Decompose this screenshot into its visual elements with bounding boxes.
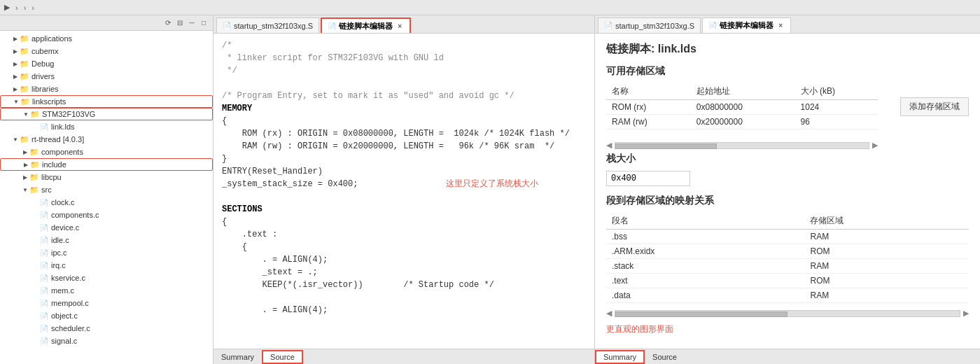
mapping-table-header: 存储区域	[804, 213, 969, 230]
tree-label-mempool.c: mempool.c	[51, 299, 89, 307]
code-line-1: * linker script for STM32F103VG with GNU…	[222, 52, 586, 64]
tree-toggle-STM32F103VG[interactable]: ▼	[22, 110, 30, 118]
tree-toggle-rt-thread[interactable]: ▼	[11, 135, 20, 144]
tree-item-ipc.c[interactable]: 📄ipc.c	[0, 246, 213, 259]
tree-toggle-libcpu[interactable]: ▶	[21, 173, 29, 181]
tree-item-Debug[interactable]: ▶📁Debug	[0, 57, 213, 70]
right-tab-close-linker[interactable]: ×	[776, 22, 785, 30]
code-line-6: {	[222, 115, 586, 127]
code-line-15: {	[222, 216, 586, 228]
tree-toggle-drivers[interactable]: ▶	[11, 72, 20, 80]
memory-section-heading: 可用存储区域	[606, 65, 969, 78]
tree-label-link.lds: link.lds	[51, 122, 75, 131]
file-icon-kservice.c: 📄	[39, 273, 49, 283]
right-panel: 📄startup_stm32f103xg.S📄链接脚本编辑器× 链接脚本: li…	[595, 15, 980, 364]
file-icon-object.c: 📄	[39, 311, 49, 321]
memory-table-row-1[interactable]: RAM (rw)0x2000000096	[606, 115, 878, 130]
linker-script-title: 链接脚本: link.lds	[606, 42, 969, 57]
tree-toggle-applications[interactable]: ▶	[11, 34, 20, 43]
tree-item-components[interactable]: ▶📁components	[0, 146, 213, 158]
right-bottom-tabs: SummarySource	[595, 349, 980, 364]
bottom-tab-summary[interactable]: Summary	[214, 350, 262, 364]
right-tab-linker[interactable]: 📄链接脚本编辑器×	[702, 18, 791, 33]
tree-item-components.c[interactable]: 📄components.c	[0, 209, 213, 221]
tree-toggle-cubemx[interactable]: ▶	[11, 47, 20, 55]
mapping-table-header: 段名	[606, 213, 804, 230]
tree-item-linkscripts[interactable]: ▼📁linkscripts	[0, 95, 213, 108]
code-editor[interactable]: /* * linker script for STM32F103VG with …	[214, 34, 594, 349]
tree-item-object.c[interactable]: 📄object.c	[0, 309, 213, 322]
memory-table-row-0[interactable]: ROM (rx)0x080000001024	[606, 100, 878, 115]
tree-item-drivers[interactable]: ▶📁drivers	[0, 70, 213, 83]
memory-table-scrollbar[interactable]: ◀ ▶	[606, 141, 878, 150]
tree-item-link.lds[interactable]: 📄link.lds	[0, 120, 213, 133]
right-bottom-tab-source[interactable]: Source	[645, 350, 685, 364]
tree-item-applications[interactable]: ▶📁applications	[0, 32, 213, 45]
right-panel-content: 链接脚本: link.lds可用存储区域名称起始地址大小 (kB)ROM (rx…	[595, 34, 980, 349]
panel-maximize-icon[interactable]: □	[199, 18, 209, 28]
tree-item-mempool.c[interactable]: 📄mempool.c	[0, 297, 213, 309]
tree-item-libcpu[interactable]: ▶📁libcpu	[0, 171, 213, 183]
tree-item-scheduler.c[interactable]: 📄scheduler.c	[0, 322, 213, 335]
tree-item-cubemx[interactable]: ▶📁cubemx	[0, 45, 213, 57]
file-icon-device.c: 📄	[39, 223, 49, 232]
tree-item-signal.c[interactable]: 📄signal.c	[0, 335, 213, 347]
tree-label-applications: applications	[31, 34, 72, 43]
right-tab-startup[interactable]: 📄startup_stm32f103xg.S	[598, 18, 701, 33]
mapping-table-row-2[interactable]: .stackRAM	[606, 259, 969, 274]
bottom-tab-source[interactable]: Source	[262, 350, 303, 364]
add-memory-button[interactable]: 添加存储区域	[900, 97, 969, 116]
tree-item-kservice.c[interactable]: 📄kservice.c	[0, 272, 213, 284]
project-tree[interactable]: ▶📁applications▶📁cubemx▶📁Debug▶📁drivers▶📁…	[0, 31, 213, 364]
mapping-table-row-3[interactable]: .textROM	[606, 274, 969, 288]
tree-item-src[interactable]: ▼📁src	[0, 183, 213, 196]
tree-item-STM32F103VG[interactable]: ▼📁STM32F103VG	[0, 108, 213, 120]
mapping-table-scrollbar[interactable]: ◀ ▶	[606, 309, 969, 318]
memory-table-header: 大小 (kB)	[795, 83, 878, 100]
mapping-table-row-1[interactable]: .ARM.exidxROM	[606, 244, 969, 259]
tree-label-drivers: drivers	[31, 72, 55, 80]
middle-bottom-tabs: SummarySource	[214, 349, 594, 364]
mapping-table-row-0[interactable]: .bssRAM	[606, 230, 969, 244]
tree-item-clock.c[interactable]: 📄clock.c	[0, 196, 213, 209]
tree-toggle-include[interactable]: ▶	[22, 160, 30, 169]
tree-label-scheduler.c: scheduler.c	[51, 324, 90, 332]
tree-label-libraries: libraries	[31, 85, 59, 93]
tab-startup[interactable]: 📄startup_stm32f103xg.S	[216, 18, 319, 33]
right-tab-label-linker: 链接脚本编辑器	[720, 20, 774, 31]
tree-item-include[interactable]: ▶📁include	[0, 158, 213, 171]
tree-item-irq.c[interactable]: 📄irq.c	[0, 259, 213, 272]
right-bottom-tab-summary[interactable]: Summary	[595, 350, 645, 364]
tree-item-idle.c[interactable]: 📄idle.c	[0, 234, 213, 246]
code-line-17: {	[222, 241, 586, 253]
tree-toggle-linkscripts[interactable]: ▼	[12, 97, 20, 106]
panel-collapse-icon[interactable]: ⊟	[175, 18, 185, 28]
file-icon-scheduler.c: 📄	[39, 323, 49, 333]
tab-linker[interactable]: 📄链接脚本编辑器×	[321, 18, 411, 33]
panel-sync-icon[interactable]: ⟳	[163, 18, 173, 28]
right-tab-file-icon-startup: 📄	[604, 22, 612, 29]
more-info-link[interactable]: 更直观的图形界面	[606, 323, 969, 335]
stack-size-input[interactable]	[606, 171, 690, 186]
panel-minimize-icon[interactable]: ─	[187, 18, 197, 28]
folder-icon-src: 📁	[29, 185, 39, 195]
tree-label-include: include	[42, 160, 66, 169]
tree-toggle-Debug[interactable]: ▶	[11, 59, 20, 68]
tree-toggle-components[interactable]: ▶	[21, 148, 29, 156]
tree-label-clock.c: clock.c	[51, 198, 75, 206]
tab-close-linker[interactable]: ×	[396, 22, 404, 30]
tree-item-rt-thread[interactable]: ▼📁rt-thread [4.0.3]	[0, 133, 213, 146]
code-line-10: ENTRY(Reset_Handler)	[222, 165, 586, 178]
memory-table-header: 起始地址	[691, 83, 795, 100]
mapping-table-row-4[interactable]: .dataRAM	[606, 288, 969, 303]
code-line-13	[222, 190, 586, 203]
tab-label-linker: 链接脚本编辑器	[339, 21, 393, 31]
code-line-2: */	[222, 64, 586, 77]
tree-toggle-src[interactable]: ▼	[21, 186, 29, 194]
tree-label-components.c: components.c	[51, 211, 99, 219]
tree-item-device.c[interactable]: 📄device.c	[0, 221, 213, 234]
tree-toggle-libraries[interactable]: ▶	[11, 85, 20, 93]
tree-item-mem.c[interactable]: 📄mem.c	[0, 284, 213, 297]
tree-item-libraries[interactable]: ▶📁libraries	[0, 83, 213, 95]
tab-file-icon-linker: 📄	[328, 22, 336, 30]
